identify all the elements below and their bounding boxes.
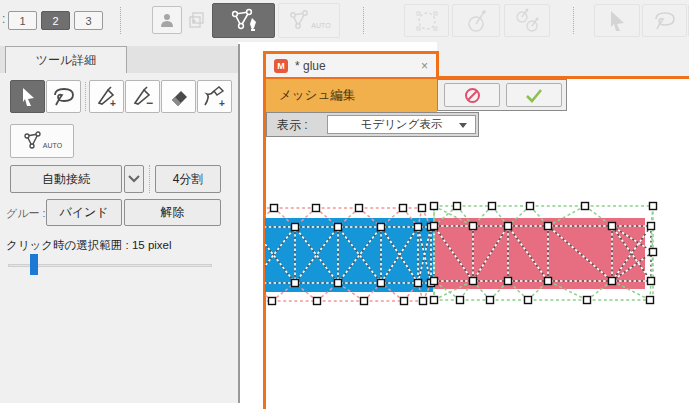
display-label: 表示 : bbox=[277, 117, 308, 134]
mesh-vertex bbox=[314, 298, 321, 305]
eraser-icon bbox=[167, 86, 191, 108]
auto-mesh-caption: AUTO bbox=[43, 142, 62, 149]
mesh-vertex bbox=[400, 205, 407, 212]
mesh-auto-caption: AUTO bbox=[311, 22, 330, 29]
mesh-vertex bbox=[356, 205, 363, 212]
mesh-vertex bbox=[650, 249, 657, 256]
document-tab-glue[interactable]: M * glue × bbox=[263, 51, 439, 80]
mesh-vertex bbox=[609, 223, 616, 230]
remove-vertex-tool-button[interactable]: − bbox=[125, 80, 160, 113]
svg-text:−: − bbox=[146, 96, 153, 109]
confirm-button[interactable] bbox=[506, 83, 562, 107]
toolbar-separator bbox=[363, 7, 365, 34]
pen-remove-icon: − bbox=[131, 85, 155, 109]
cancel-button[interactable] bbox=[444, 83, 500, 107]
arrow-tool-icon bbox=[18, 86, 38, 108]
mesh-vertex bbox=[545, 223, 552, 230]
toolbar-separator bbox=[573, 7, 575, 34]
rotate-deformer-icon bbox=[462, 8, 490, 34]
mesh-vertex bbox=[609, 278, 616, 285]
arrow-cursor-icon bbox=[606, 9, 628, 33]
connect-separator bbox=[149, 165, 151, 193]
click-range-slider-track[interactable] bbox=[8, 264, 212, 267]
mesh-vertex bbox=[648, 223, 655, 230]
multi-deformer-icon bbox=[513, 8, 541, 34]
mesh-vertex bbox=[292, 280, 299, 287]
tab-tool-detail[interactable]: ツール詳細 bbox=[5, 46, 127, 73]
display-mode-select[interactable]: モデリング表示 bbox=[327, 115, 476, 134]
document-title: * glue bbox=[295, 59, 326, 73]
mesh-auto-tool-button[interactable]: AUTO bbox=[278, 3, 340, 38]
lasso-tool-button[interactable] bbox=[46, 80, 81, 113]
click-range-label: クリック時の選択範囲 : 15 pixel bbox=[6, 238, 172, 253]
lattice-deform-button[interactable] bbox=[404, 4, 449, 37]
lasso-icon bbox=[652, 9, 678, 33]
arrow-tool-button[interactable] bbox=[10, 80, 45, 113]
lattice-icon bbox=[414, 9, 440, 33]
arrow-select-button[interactable] bbox=[594, 4, 640, 37]
mesh-pen-icon bbox=[227, 8, 261, 34]
add-vertex-tool-button[interactable]: + bbox=[89, 80, 124, 113]
mesh-edit-mode-bar: メッシュ編集 bbox=[266, 79, 437, 112]
tab-close-icon[interactable]: × bbox=[421, 59, 428, 73]
glue-bind-button[interactable]: バインド bbox=[46, 199, 122, 226]
tool-detail-panel: ツール詳細 + − + bbox=[0, 42, 238, 403]
workspace-button-2[interactable]: 2 bbox=[41, 11, 70, 30]
mesh-vertex bbox=[269, 298, 276, 305]
toolbar-prefix: : bbox=[2, 12, 5, 26]
person-icon bbox=[158, 11, 176, 29]
mesh-vertex bbox=[505, 223, 512, 230]
mesh-vertex bbox=[419, 205, 426, 212]
mesh-vertex bbox=[431, 297, 438, 304]
lasso-tool-icon bbox=[52, 86, 76, 108]
click-range-slider-handle[interactable] bbox=[30, 254, 38, 275]
multi-deformer-button[interactable] bbox=[504, 4, 550, 37]
auto-connect-dropdown-button[interactable] bbox=[124, 165, 144, 193]
svg-text:+: + bbox=[110, 98, 116, 109]
mesh-vertex bbox=[335, 280, 342, 287]
curve-pen-add-icon: + bbox=[202, 85, 228, 109]
workspace-button-3[interactable]: 3 bbox=[74, 11, 103, 30]
mesh-vertex bbox=[457, 297, 464, 304]
stroke-mesh-tool-button[interactable]: + bbox=[197, 80, 232, 113]
workspace-button-1[interactable]: 1 bbox=[8, 11, 37, 30]
chevron-down-icon bbox=[128, 175, 140, 183]
mesh-vertex bbox=[505, 278, 512, 285]
eraser-tool-button[interactable] bbox=[161, 80, 196, 113]
mesh-vertex bbox=[582, 203, 589, 210]
mesh-vertex bbox=[431, 203, 438, 210]
texture-view-button[interactable] bbox=[184, 6, 210, 34]
cancel-icon bbox=[464, 87, 481, 104]
rotate-deformer-button[interactable] bbox=[452, 4, 500, 37]
model-file-icon: M bbox=[274, 59, 288, 73]
mesh-vertex bbox=[431, 223, 438, 230]
mesh-vertex bbox=[313, 205, 320, 212]
display-mode-row: 表示 : モデリング表示 bbox=[266, 112, 479, 137]
mesh-vertex bbox=[378, 280, 385, 287]
glue-release-button[interactable]: 解除 bbox=[124, 199, 221, 226]
layers-icon bbox=[188, 11, 206, 29]
mesh-vertex bbox=[489, 203, 496, 210]
tools-separator bbox=[85, 82, 87, 111]
auto-mesh-button[interactable]: AUTO bbox=[10, 124, 74, 158]
quad-split-button[interactable]: 4分割 bbox=[155, 165, 221, 193]
mesh-vertex bbox=[584, 297, 591, 304]
model-view-button[interactable] bbox=[152, 6, 182, 34]
mesh-vertex bbox=[470, 278, 477, 285]
pen-add-icon: + bbox=[95, 85, 119, 109]
mesh-vertex bbox=[545, 278, 552, 285]
display-mode-value: モデリング表示 bbox=[361, 118, 443, 130]
tabstrip-background bbox=[437, 42, 689, 76]
mesh-vertex bbox=[648, 278, 655, 285]
svg-text:+: + bbox=[219, 98, 225, 109]
mesh-vertex bbox=[527, 203, 534, 210]
lasso-select-button[interactable] bbox=[642, 4, 687, 37]
auto-connect-button[interactable]: 自動接続 bbox=[10, 165, 122, 193]
mesh-vertex bbox=[647, 297, 654, 304]
mesh-vertex bbox=[415, 224, 422, 231]
mesh-vertex bbox=[650, 203, 657, 210]
mesh-vertex bbox=[361, 298, 368, 305]
toolbar-separator bbox=[120, 7, 122, 34]
select-caret-icon bbox=[459, 123, 467, 128]
mesh-edit-tool-button[interactable] bbox=[212, 3, 275, 38]
